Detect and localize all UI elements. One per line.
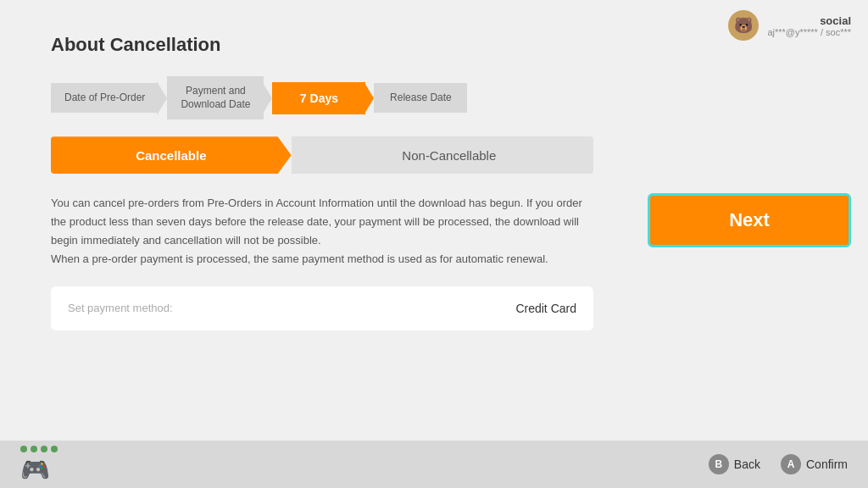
timeline-item-7days: 7 Days: [272, 82, 365, 114]
main-content: About Cancellation Date of Pre-Order Pay…: [51, 34, 593, 330]
payment-box: Set payment method: Credit Card: [51, 286, 593, 330]
dot-2: [31, 446, 37, 452]
confirm-label: Confirm: [806, 458, 848, 471]
back-label: Back: [734, 458, 760, 471]
status-bar: Cancellable Non-Cancellable: [51, 136, 593, 174]
non-cancellable-status: Non-Cancellable: [292, 136, 593, 174]
timeline-item-payment: Payment andDownload Date: [167, 76, 264, 119]
controller-icon: 🎮: [20, 456, 58, 484]
dot-4: [51, 446, 58, 452]
bottom-bar: 🎮 B Back A Confirm: [0, 441, 868, 488]
page-title: About Cancellation: [51, 34, 593, 56]
progress-dots: [20, 446, 58, 452]
timeline-item-preorder: Date of Pre-Order: [51, 83, 159, 114]
next-button[interactable]: Next: [648, 193, 851, 247]
payment-label: Set payment method:: [68, 302, 173, 314]
timeline: Date of Pre-Order Payment andDownload Da…: [51, 76, 593, 119]
bottom-left: 🎮: [20, 446, 58, 484]
back-button-hint[interactable]: B Back: [709, 454, 760, 474]
payment-value: Credit Card: [515, 302, 576, 315]
dot-3: [41, 446, 47, 452]
right-panel: Next: [631, 0, 868, 441]
timeline-item-release: Release Date: [374, 83, 467, 114]
dot-1: [20, 446, 27, 452]
a-button-icon: A: [781, 454, 801, 474]
cancellable-status: Cancellable: [51, 136, 292, 174]
confirm-button-hint[interactable]: A Confirm: [781, 454, 848, 474]
bottom-right: B Back A Confirm: [709, 454, 848, 474]
b-button-icon: B: [709, 454, 729, 474]
description-text: You can cancel pre-orders from Pre-Order…: [51, 194, 593, 269]
